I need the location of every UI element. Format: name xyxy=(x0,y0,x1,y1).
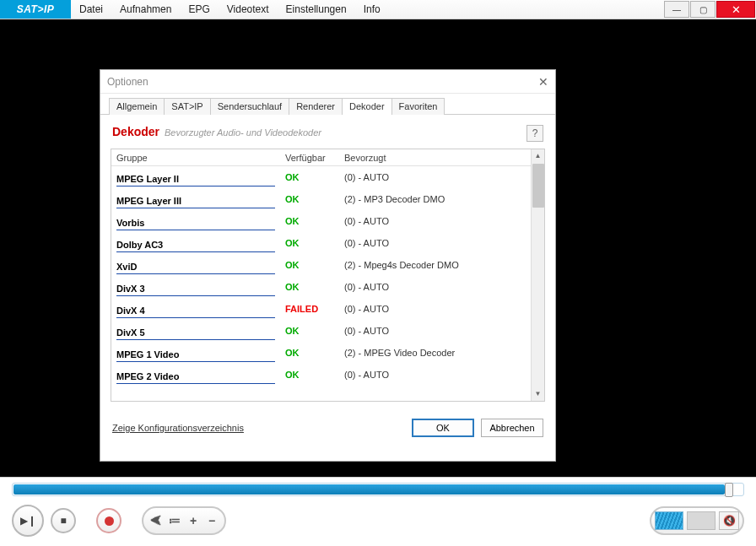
menu-aufnahmen[interactable]: Aufnahmen xyxy=(111,3,180,15)
table-row[interactable]: DivX 3OK(0) - AUTO xyxy=(111,276,531,298)
tab-satip[interactable]: SAT>IP xyxy=(164,98,210,115)
mute-button[interactable]: 🔇 xyxy=(719,511,739,530)
window-controls: — ▢ ✕ xyxy=(664,0,756,19)
playlist-controls: ⮜ ≔ + − xyxy=(142,506,226,535)
tab-dekoder[interactable]: Dekoder xyxy=(342,98,392,115)
preferred-cell: (0) - AUTO xyxy=(344,326,389,336)
group-cell: MPEG Layer II xyxy=(116,169,275,187)
list-button[interactable]: ≔ xyxy=(165,514,184,527)
group-cell: MPEG 2 Video xyxy=(116,366,275,384)
group-cell: MPEG 1 Video xyxy=(116,344,275,362)
maximize-button[interactable]: ▢ xyxy=(690,1,716,18)
col-available: Verfügbar xyxy=(285,153,344,163)
plus-button[interactable]: + xyxy=(184,514,202,527)
table-row[interactable]: MPEG Layer IIIOK(2) - MP3 Decoder DMO xyxy=(111,188,531,210)
preferred-cell: (0) - AUTO xyxy=(344,238,389,248)
config-dir-link[interactable]: Zeige Konfigurationsverzeichnis xyxy=(112,423,244,433)
stop-button[interactable]: ■ xyxy=(51,508,76,533)
table-row[interactable]: DivX 5OK(0) - AUTO xyxy=(111,320,531,342)
table-header: Gruppe Verfügbar Bevorzugt xyxy=(111,149,544,166)
dialog-titlebar: Optionen ✕ xyxy=(100,70,555,94)
dialog-footer: Zeige Konfigurationsverzeichnis OK Abbre… xyxy=(100,402,555,446)
seek-fill xyxy=(14,484,725,495)
preferred-cell: (0) - AUTO xyxy=(344,216,389,226)
scrollbar[interactable]: ▲ ▼ xyxy=(531,149,544,401)
panel-heading: Dekoder Bevorzugter Audio- und Videodeko… xyxy=(111,122,545,147)
table-row[interactable]: VorbisOK(0) - AUTO xyxy=(111,210,531,232)
table-body: MPEG Layer IIOK(0) - AUTOMPEG Layer IIIO… xyxy=(111,166,544,401)
dekoder-panel: Dekoder Bevorzugter Audio- und Videodeko… xyxy=(100,115,555,402)
heading-text: Dekoder xyxy=(112,125,159,138)
group-cell: MPEG Layer III xyxy=(116,191,275,208)
cancel-button[interactable]: Abbrechen xyxy=(481,419,543,437)
volume-active[interactable] xyxy=(655,511,683,530)
record-icon xyxy=(105,516,114,526)
available-cell: OK xyxy=(285,326,344,336)
scroll-thumb[interactable] xyxy=(532,164,544,208)
group-cell: XviD xyxy=(116,257,275,274)
tab-renderer[interactable]: Renderer xyxy=(289,98,343,115)
player-bar: ▶❙ ■ ⮜ ≔ + − 🔇 xyxy=(0,478,756,545)
subheading-text: Bevorzugter Audio- und Videodekoder xyxy=(165,127,321,138)
available-cell: OK xyxy=(285,348,344,358)
options-dialog: Optionen ✕ Allgemein SAT>IP Sendersuchla… xyxy=(100,69,556,462)
menu-datei[interactable]: Datei xyxy=(71,3,111,15)
menu-einstellungen[interactable]: Einstellungen xyxy=(278,3,355,15)
tab-allgemein[interactable]: Allgemein xyxy=(109,98,165,115)
tab-sendersuchlauf[interactable]: Sendersuchlauf xyxy=(210,98,289,115)
close-button[interactable]: ✕ xyxy=(716,1,755,18)
available-cell: OK xyxy=(285,216,344,226)
table-row[interactable]: MPEG 1 VideoOK(2) - MPEG Video Decoder xyxy=(111,342,531,364)
preferred-cell: (0) - AUTO xyxy=(344,304,389,314)
ok-button[interactable]: OK xyxy=(412,419,474,437)
table-row[interactable]: XviDOK(2) - Mpeg4s Decoder DMO xyxy=(111,254,531,276)
tab-favoriten[interactable]: Favoriten xyxy=(392,98,446,115)
video-area: Optionen ✕ Allgemein SAT>IP Sendersuchla… xyxy=(0,19,756,477)
table-row[interactable]: DivX 4FAILED(0) - AUTO xyxy=(111,298,531,320)
scroll-up-icon[interactable]: ▲ xyxy=(532,149,544,163)
volume-inactive[interactable] xyxy=(687,511,716,530)
menu-info[interactable]: Info xyxy=(355,3,389,15)
menu-epg[interactable]: EPG xyxy=(180,3,218,15)
preferred-cell: (2) - MP3 Decoder DMO xyxy=(344,194,445,204)
available-cell: OK xyxy=(285,238,344,248)
preferred-cell: (2) - Mpeg4s Decoder DMO xyxy=(344,260,459,270)
minus-button[interactable]: − xyxy=(202,514,221,527)
menubar: SAT>IP Datei Aufnahmen EPG Videotext Ein… xyxy=(0,0,756,19)
help-button[interactable]: ? xyxy=(526,125,543,142)
minimize-button[interactable]: — xyxy=(664,1,689,18)
table-row[interactable]: Dolby AC3OK(0) - AUTO xyxy=(111,232,531,254)
seek-handle[interactable] xyxy=(725,483,733,497)
dialog-title: Optionen xyxy=(107,76,148,88)
preferred-cell: (2) - MPEG Video Decoder xyxy=(344,348,455,358)
menu-items: Datei Aufnahmen EPG Videotext Einstellun… xyxy=(71,0,389,19)
available-cell: OK xyxy=(285,282,344,292)
tab-strip: Allgemein SAT>IP Sendersuchlauf Renderer… xyxy=(100,94,555,115)
scroll-down-icon[interactable]: ▼ xyxy=(532,387,544,401)
play-pause-button[interactable]: ▶❙ xyxy=(12,505,44,537)
preferred-cell: (0) - AUTO xyxy=(344,370,389,380)
group-cell: DivX 3 xyxy=(116,278,275,296)
record-button[interactable] xyxy=(96,508,122,533)
table-row[interactable]: MPEG 2 VideoOK(0) - AUTO xyxy=(111,364,531,386)
seek-bar[interactable] xyxy=(12,483,744,496)
preferred-cell: (0) - AUTO xyxy=(344,282,389,292)
available-cell: OK xyxy=(285,260,344,270)
group-cell: DivX 4 xyxy=(116,300,275,318)
prev-button[interactable]: ⮜ xyxy=(147,514,165,527)
group-cell: Dolby AC3 xyxy=(116,235,275,252)
volume-controls: 🔇 xyxy=(650,506,744,535)
app-logo: SAT>IP xyxy=(0,0,71,19)
menu-videotext[interactable]: Videotext xyxy=(219,3,278,15)
available-cell: OK xyxy=(285,194,344,204)
player-controls: ▶❙ ■ ⮜ ≔ + − 🔇 xyxy=(12,505,744,537)
group-cell: Vorbis xyxy=(116,213,275,230)
col-preferred: Bevorzugt xyxy=(344,153,544,163)
decoder-table: Gruppe Verfügbar Bevorzugt MPEG Layer II… xyxy=(111,149,545,402)
col-group: Gruppe xyxy=(116,153,285,163)
available-cell: FAILED xyxy=(285,304,344,314)
available-cell: OK xyxy=(285,370,344,380)
table-row[interactable]: MPEG Layer IIOK(0) - AUTO xyxy=(111,166,531,188)
preferred-cell: (0) - AUTO xyxy=(344,172,389,182)
dialog-close-icon[interactable]: ✕ xyxy=(538,75,548,89)
